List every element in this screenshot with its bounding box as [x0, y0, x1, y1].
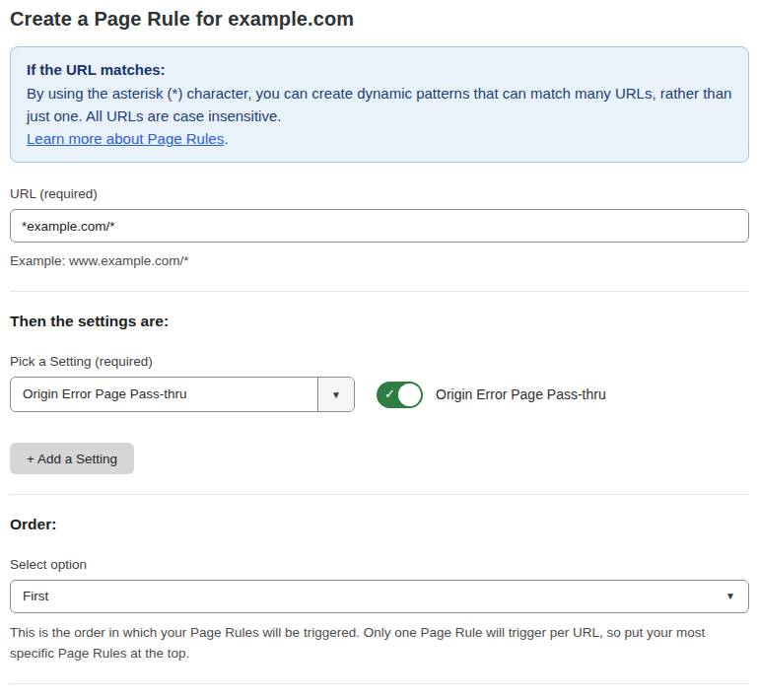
check-icon: ✓: [384, 387, 395, 400]
setting-dropdown-arrow-button[interactable]: ▼: [317, 378, 354, 411]
info-box-link-line: Learn more about Page Rules.: [27, 127, 732, 150]
link-period: .: [224, 130, 228, 147]
add-setting-button[interactable]: + Add a Setting: [10, 443, 134, 474]
setting-toggle[interactable]: ✓: [377, 382, 423, 408]
settings-heading: Then the settings are:: [10, 313, 749, 330]
setting-row: Origin Error Page Pass-thru ▼ ✓ Origin E…: [10, 377, 749, 412]
order-select-value: First: [23, 589, 48, 603]
toggle-knob: [398, 384, 421, 406]
url-example-helper: Example: www.example.com/*: [10, 250, 749, 271]
learn-more-link[interactable]: Learn more about Page Rules: [27, 130, 224, 147]
url-label: URL (required): [10, 186, 749, 201]
order-helper-text: This is the order in which your Page Rul…: [10, 622, 749, 664]
info-box-body: By using the asterisk (*) character, you…: [27, 82, 732, 127]
page-title: Create a Page Rule for example.com: [10, 8, 749, 31]
chevron-down-icon: ▼: [725, 581, 735, 612]
setting-toggle-label: Origin Error Page Pass-thru: [436, 386, 606, 402]
url-input[interactable]: [10, 209, 749, 243]
select-option-label: Select option: [10, 557, 749, 572]
divider: [10, 291, 749, 292]
create-page-rule-form: Create a Page Rule for example.com If th…: [0, 0, 759, 700]
divider: [10, 494, 749, 495]
chevron-down-icon: ▼: [331, 389, 341, 400]
order-heading: Order:: [10, 516, 749, 533]
info-box-heading: If the URL matches:: [27, 58, 732, 81]
order-select[interactable]: First ▼: [10, 580, 749, 613]
divider: [10, 683, 749, 684]
setting-dropdown[interactable]: Origin Error Page Pass-thru ▼: [10, 377, 355, 412]
setting-dropdown-value: Origin Error Page Pass-thru: [11, 378, 317, 411]
url-match-info-box: If the URL matches: By using the asteris…: [10, 46, 749, 163]
pick-setting-label: Pick a Setting (required): [10, 354, 749, 369]
